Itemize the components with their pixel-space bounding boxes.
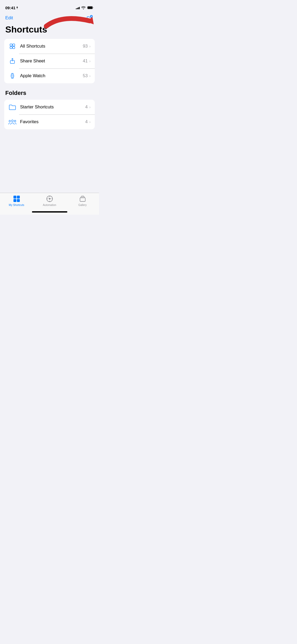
all-shortcuts-icon: [8, 42, 16, 50]
nav-bar: Edit: [0, 12, 99, 23]
home-indicator: [32, 211, 67, 213]
svg-rect-2: [85, 14, 94, 22]
apple-watch-row[interactable]: Apple Watch 53 ›: [4, 68, 95, 83]
gallery-tab-label: Gallery: [78, 204, 87, 206]
apple-watch-icon: [8, 72, 16, 80]
share-sheet-icon: [8, 57, 16, 65]
all-shortcuts-label: All Shortcuts: [20, 44, 83, 49]
all-shortcuts-count: 93: [83, 44, 88, 49]
all-shortcuts-row[interactable]: All Shortcuts 93 ›: [4, 39, 95, 54]
svg-rect-10: [11, 74, 14, 78]
favorites-icon: [8, 118, 16, 126]
new-folder-button[interactable]: [85, 14, 94, 22]
svg-rect-11: [12, 73, 13, 74]
status-icons: [76, 6, 94, 9]
share-sheet-label: Share Sheet: [20, 58, 83, 64]
apple-watch-chevron: ›: [89, 74, 91, 78]
folders-section-header: Folders: [0, 90, 99, 100]
svg-rect-19: [13, 199, 16, 202]
automation-tab-label: Automation: [43, 204, 56, 206]
new-folder-icon: [85, 14, 94, 22]
starter-shortcuts-chevron: ›: [89, 105, 91, 109]
svg-rect-12: [12, 78, 13, 79]
svg-rect-5: [10, 44, 12, 46]
page-title: Shortcuts: [0, 23, 99, 39]
status-time: 09:41: [5, 6, 18, 10]
starter-shortcuts-label: Starter Shortcuts: [20, 104, 85, 110]
svg-rect-18: [17, 196, 20, 199]
favorites-row[interactable]: Favorites 4 ›: [4, 114, 95, 129]
automation-tab-icon: [46, 195, 53, 203]
my-shortcuts-tab-label: My Shortcuts: [9, 204, 24, 206]
svg-point-14: [9, 120, 11, 122]
starter-shortcuts-row[interactable]: Starter Shortcuts 4 ›: [4, 100, 95, 114]
tab-automation[interactable]: Automation: [33, 195, 66, 206]
share-sheet-chevron: ›: [89, 59, 91, 63]
starter-shortcuts-icon: [8, 103, 16, 111]
gallery-tab-icon: [79, 195, 86, 203]
location-icon: [16, 6, 18, 9]
svg-point-16: [14, 120, 16, 122]
tab-my-shortcuts[interactable]: My Shortcuts: [0, 195, 33, 206]
svg-rect-6: [13, 44, 15, 46]
share-sheet-row[interactable]: Share Sheet 41 ›: [4, 54, 95, 68]
folders-list-card: Starter Shortcuts 4 › Favorites 4 ›: [4, 100, 95, 129]
svg-rect-25: [82, 196, 84, 197]
all-shortcuts-chevron: ›: [89, 44, 91, 48]
svg-rect-7: [10, 47, 12, 49]
svg-rect-20: [17, 199, 20, 202]
favorites-chevron: ›: [89, 120, 91, 124]
wifi-icon: [81, 6, 86, 9]
svg-rect-1: [88, 7, 93, 9]
svg-rect-8: [13, 47, 15, 49]
apple-watch-label: Apple Watch: [20, 73, 83, 79]
starter-shortcuts-count: 4: [85, 104, 88, 110]
my-shortcuts-tab-icon: [13, 195, 20, 203]
tab-gallery[interactable]: Gallery: [66, 195, 99, 206]
share-sheet-count: 41: [83, 58, 88, 64]
signal-icon: [76, 6, 80, 9]
favorites-count: 4: [85, 119, 88, 125]
status-bar: 09:41: [0, 0, 99, 12]
edit-button[interactable]: Edit: [5, 15, 13, 21]
svg-rect-17: [13, 196, 16, 199]
shortcuts-list-card: All Shortcuts 93 › Share Sheet 41 › Appl…: [4, 39, 95, 83]
svg-rect-23: [80, 198, 85, 201]
svg-point-13: [12, 75, 13, 77]
svg-point-15: [12, 120, 13, 122]
apple-watch-count: 53: [83, 73, 88, 79]
battery-icon: [87, 6, 94, 9]
favorites-label: Favorites: [20, 119, 85, 125]
